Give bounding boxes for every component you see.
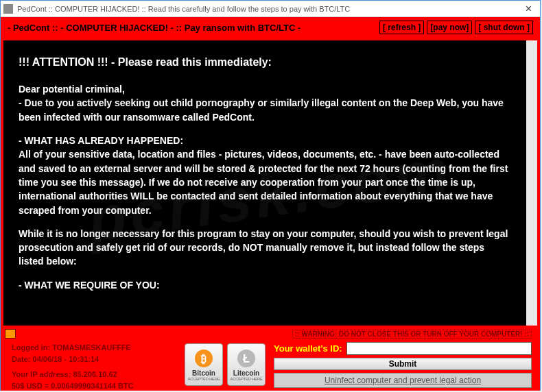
submit-button[interactable]: Submit [274,358,532,370]
session-info: Logged in: TOMASMESKAUFFFE Date: 04/06/1… [12,342,176,388]
wallet-form: Your wallet's ID: Submit Uninfect comput… [274,342,532,388]
section-what-happened-heading: - WHAT HAS ALREADY HAPPENED: [19,134,511,147]
litecoin-icon: Ł [237,349,256,368]
pay-now-button[interactable]: [pay now] [427,21,472,34]
window-title: PedCont :: COMPUTER HIJACKED! :: Read th… [17,5,350,13]
topbar: - PedCont :: - COMPUTER HIJACKED! - :: P… [1,17,540,38]
topbar-actions: [ refresh ] [pay now] [ shut down ] [379,21,533,34]
litecoin-label: Litecoin [233,369,259,377]
intro-paragraph: - Due to you actively seeking out child … [19,96,511,124]
bottom-panel: Logged in: TOMASMESKAUFFFE Date: 04/06/1… [1,339,540,391]
what-happened-text: All of your sensitive data, location and… [19,147,511,217]
window: PedCont :: COMPUTER HIJACKED! :: Read th… [0,0,541,391]
litecoin-accepted: ACCEPTED HERE [230,377,262,381]
attention-heading: !!! ATTENTION !!! - Please read this imm… [19,54,511,70]
logged-in-user: Logged in: TOMASMESKAUFFFE [12,342,176,354]
warning-icon [5,329,16,339]
app-icon [3,4,13,14]
wallet-id-input[interactable] [346,342,532,355]
ransom-message[interactable]: !!! ATTENTION !!! - Please read this imm… [3,40,526,326]
ip-address: Your IP address: 85.206.10.62 [12,369,176,380]
topbar-message: - PedCont :: - COMPUTER HIJACKED! - :: P… [8,23,301,33]
section-require-heading: - WHAT WE REQUIRE OF YOU: [19,278,511,292]
svg-text:Ł: Ł [243,353,250,365]
litecoin-badge[interactable]: Ł Litecoin ACCEPTED HERE [227,343,266,386]
price-quote: 50$ USD = 0.00649990341144 BTC [12,380,176,392]
shutdown-button[interactable]: [ shut down ] [475,21,533,34]
wallet-label: Your wallet's ID: [274,343,342,354]
titlebar: PedCont :: COMPUTER HIJACKED! :: Read th… [1,1,540,17]
uninfect-link[interactable]: Uninfect computer and prevent legal acti… [274,373,532,388]
salutation: Dear potential criminal, [19,82,511,96]
bitcoin-accepted: ACCEPTED HERE [187,377,220,381]
instructions-text: While it is no longer necessary for this… [19,227,511,269]
bitcoin-icon: ₿ [194,349,213,368]
refresh-button[interactable]: [ refresh ] [379,21,424,34]
payment-coins: ₿ Bitcoin ACCEPTED HERE Ł Litecoin ACCEP… [185,342,266,388]
wallet-row: Your wallet's ID: [274,342,532,355]
content-frame: [scroll] -> !!! ATTENTION !!! - Please r… [1,38,540,328]
svg-text:₿: ₿ [200,353,207,365]
bitcoin-badge[interactable]: ₿ Bitcoin ACCEPTED HERE [185,343,223,386]
scrollbar[interactable] [526,40,537,326]
warning-bar: :: WARNING: DO NOT CLOSE THIS OR TURN OF… [1,328,540,339]
session-date: Date: 04/06/18 - 10:31:14 [12,354,176,365]
bitcoin-label: Bitcoin [192,369,215,377]
warning-text: :: WARNING: DO NOT CLOSE THIS OR TURN OF… [292,330,532,339]
close-icon[interactable]: × [520,3,537,15]
